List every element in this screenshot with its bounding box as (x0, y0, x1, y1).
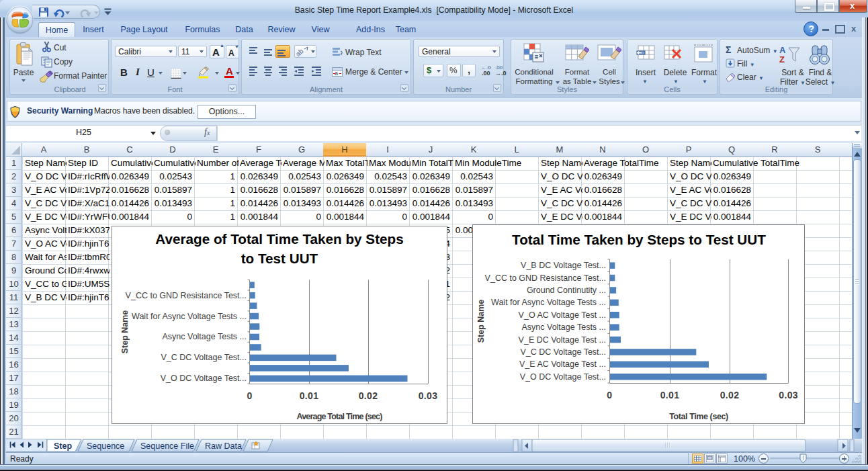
svg-text:to Test UUT: to Test UUT (241, 251, 318, 266)
svg-text:Step: Step (54, 441, 72, 451)
svg-text:0: 0 (247, 390, 252, 401)
svg-text:V_CC to GND Resistance Test...: V_CC to GND Resistance Test... (485, 273, 606, 283)
svg-text:Raw Data: Raw Data (205, 441, 242, 451)
svg-text:V_O DC Voltage Test...: V_O DC Voltage Test... (161, 374, 247, 383)
svg-text:V_C DC Voltage Test...: V_C DC Voltage Test... (520, 347, 606, 357)
svg-text:Z: Z (779, 54, 785, 65)
svg-text:V_O AC Voltage Test ...: V_O AC Voltage Test ... (519, 310, 606, 320)
svg-text:V_E DC Voltage Test ...: V_E DC Voltage Test ... (519, 335, 606, 345)
svg-text:0.01: 0.01 (660, 390, 679, 400)
svg-text:Step Name: Step Name (120, 310, 130, 354)
svg-text:Average of Total Time Taken by: Average of Total Time Taken by Steps (155, 231, 403, 247)
svg-text:Async Voltage Tests ...: Async Voltage Tests ... (162, 332, 247, 341)
svg-text:Step Name: Step Name (476, 300, 486, 343)
svg-text:V_E AC Voltage Test ...: V_E AC Voltage Test ... (519, 359, 606, 369)
svg-text:Ground Continutity ...: Ground Continutity ... (527, 286, 606, 295)
svg-text:A: A (779, 45, 786, 55)
svg-text:Total Time Taken by Steps to T: Total Time Taken by Steps to Test UUT (512, 232, 766, 247)
svg-text:Wait for Async Voltage Tests: Wait for Async Voltage Tests ... (491, 298, 606, 307)
svg-text:0.03: 0.03 (779, 390, 797, 400)
svg-text:0.02: 0.02 (720, 390, 739, 400)
svg-text:Async Voltage Tests ...: Async Voltage Tests ... (521, 323, 606, 332)
svg-text:0.02: 0.02 (359, 390, 378, 401)
svg-text:V_O DC Voltage Test...: V_O DC Voltage Test... (520, 372, 606, 382)
svg-text:V_C DC Voltage Test...: V_C DC Voltage Test... (161, 353, 247, 362)
svg-text:V_B DC Voltage Test...: V_B DC Voltage Test... (521, 261, 606, 270)
svg-text:Average Total Time (sec): Average Total Time (sec) (296, 412, 382, 421)
svg-text:Wait for Async Voltage Tests: Wait for Async Voltage Tests ... (132, 312, 247, 321)
svg-text:ab: ab (296, 47, 305, 56)
svg-text:0.01: 0.01 (300, 390, 318, 401)
svg-text:V_CC to GND Resistance Test...: V_CC to GND Resistance Test... (126, 291, 247, 300)
svg-text:0: 0 (607, 390, 612, 400)
svg-text:0.03: 0.03 (419, 390, 437, 401)
svg-text:Sequence File: Sequence File (140, 441, 194, 451)
svg-text:Total Time (sec): Total Time (sec) (669, 412, 728, 421)
svg-text:Sequence: Sequence (87, 441, 124, 451)
